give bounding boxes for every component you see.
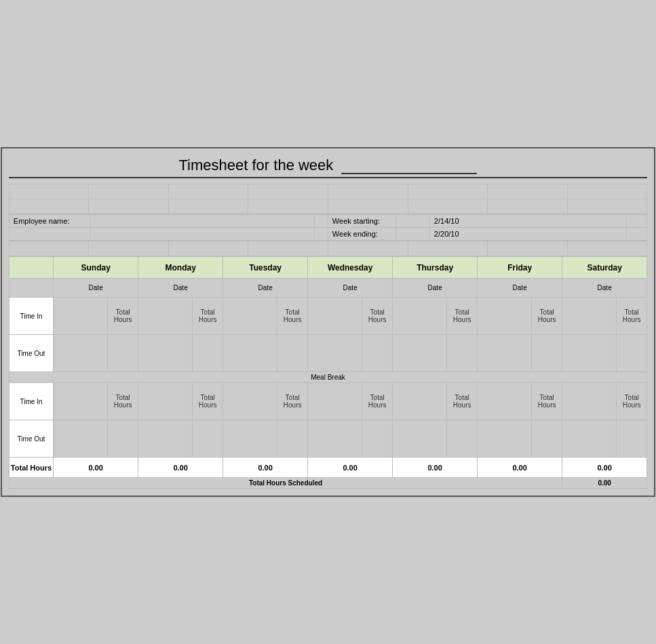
week-ending-value: 2/20/10: [429, 228, 626, 241]
time-in-friday-1[interactable]: [478, 298, 532, 335]
time-in-wednesday-2[interactable]: [308, 383, 362, 420]
time-in-row-2: Time In TotalHours TotalHours TotalHours…: [9, 383, 647, 420]
time-in-saturday-1[interactable]: [562, 298, 617, 335]
total-hours-friday-2: TotalHours: [532, 383, 562, 420]
time-in-sunday-1[interactable]: [54, 298, 108, 335]
total-tuesday: 0.00: [223, 458, 308, 478]
header-friday: Friday: [478, 257, 562, 279]
header-wednesday: Wednesday: [308, 257, 393, 279]
total-hours-thursday-2: TotalHours: [447, 383, 478, 420]
time-out-label-2: Time Out: [9, 420, 53, 458]
date-sunday: Date: [54, 279, 138, 298]
week-ending-label: Week ending:: [328, 228, 395, 241]
total-hours-wednesday-2: TotalHours: [362, 383, 393, 420]
total-thursday: 0.00: [393, 458, 478, 478]
time-out-wednesday-2[interactable]: [308, 420, 362, 458]
time-out-friday-1[interactable]: [478, 335, 532, 372]
date-tuesday: Date: [223, 279, 308, 298]
total-hours-sunday-1: TotalHours: [108, 298, 138, 335]
date-row: Date Date Date Date Date Date Date: [9, 279, 647, 298]
employee-value[interactable]: [90, 215, 314, 228]
time-out-label-1: Time Out: [9, 335, 53, 372]
total-hours-saturday-1: TotalHours: [617, 298, 647, 335]
time-out-saturday-2[interactable]: [562, 420, 617, 458]
time-in-monday-1[interactable]: [138, 298, 193, 335]
header-thursday: Thursday: [393, 257, 478, 279]
meal-break-label: Meal Break: [9, 372, 647, 383]
time-in-thursday-2[interactable]: [393, 383, 447, 420]
meta-table: Employee name: Week starting: 2/14/10 We…: [9, 214, 647, 241]
date-saturday: Date: [562, 279, 647, 298]
day-header-row: Sunday Monday Tuesday Wednesday Thursday…: [9, 257, 647, 279]
meta-row-1: Employee name: Week starting: 2/14/10: [9, 215, 647, 228]
header-tuesday: Tuesday: [223, 257, 308, 279]
time-in-tuesday-2[interactable]: [223, 383, 277, 420]
deco-row-3: [9, 241, 647, 256]
total-scheduled-value: 0.00: [562, 478, 647, 489]
deco-row-2: [9, 199, 647, 214]
time-out-thursday-2[interactable]: [393, 420, 447, 458]
date-friday: Date: [478, 279, 562, 298]
header-sunday: Sunday: [54, 257, 138, 279]
total-hours-tuesday-2: TotalHours: [277, 383, 308, 420]
meal-break-row: Meal Break: [9, 372, 647, 383]
time-in-saturday-2[interactable]: [562, 383, 617, 420]
time-in-friday-2[interactable]: [478, 383, 532, 420]
total-hours-label: Total Hours: [9, 458, 53, 478]
total-scheduled-label: Total Hours Scheduled: [9, 478, 562, 489]
total-hours-monday-2: TotalHours: [193, 383, 223, 420]
deco-table: [9, 184, 647, 214]
time-out-row-2: Time Out: [9, 420, 647, 458]
time-in-label-1: Time In: [9, 298, 53, 335]
week-starting-value: 2/14/10: [429, 215, 626, 228]
time-in-sunday-2[interactable]: [54, 383, 108, 420]
total-hours-saturday-2: TotalHours: [617, 383, 647, 420]
date-wednesday: Date: [308, 279, 393, 298]
timesheet-table: Sunday Monday Tuesday Wednesday Thursday…: [9, 256, 647, 489]
deco-table-2: [9, 241, 647, 256]
totals-row: Total Hours 0.00 0.00 0.00 0.00 0.00 0.0…: [9, 458, 647, 478]
total-sunday: 0.00: [54, 458, 138, 478]
title-row: Timesheet for the week: [9, 155, 647, 178]
time-out-wednesday-1[interactable]: [308, 335, 362, 372]
time-out-tuesday-2[interactable]: [223, 420, 277, 458]
time-in-wednesday-1[interactable]: [308, 298, 362, 335]
time-in-monday-2[interactable]: [138, 383, 193, 420]
total-wednesday: 0.00: [308, 458, 393, 478]
total-saturday: 0.00: [562, 458, 647, 478]
title-underline: [341, 155, 477, 174]
time-out-monday-2[interactable]: [138, 420, 193, 458]
time-in-thursday-1[interactable]: [393, 298, 447, 335]
total-hours-friday-1: TotalHours: [532, 298, 562, 335]
title-text: Timesheet for the week: [179, 157, 334, 174]
header-monday: Monday: [138, 257, 223, 279]
total-hours-tuesday-1: TotalHours: [277, 298, 308, 335]
total-hours-monday-1: TotalHours: [193, 298, 223, 335]
time-out-friday-2[interactable]: [478, 420, 532, 458]
deco-row-1: [9, 184, 647, 199]
total-scheduled-row: Total Hours Scheduled 0.00: [9, 478, 647, 489]
time-in-label-2: Time In: [9, 383, 53, 420]
time-out-sunday-2[interactable]: [54, 420, 108, 458]
time-out-thursday-1[interactable]: [393, 335, 447, 372]
date-thursday: Date: [393, 279, 478, 298]
employee-label: Employee name:: [9, 215, 90, 228]
page-container: Timesheet for the week Employee name: We…: [1, 147, 655, 497]
total-hours-thursday-1: TotalHours: [447, 298, 478, 335]
week-starting-label: Week starting:: [328, 215, 395, 228]
total-friday: 0.00: [478, 458, 562, 478]
time-in-tuesday-1[interactable]: [223, 298, 277, 335]
time-out-saturday-1[interactable]: [562, 335, 617, 372]
time-out-row-1: Time Out: [9, 335, 647, 372]
time-out-sunday-1[interactable]: [54, 335, 108, 372]
total-monday: 0.00: [138, 458, 223, 478]
time-out-tuesday-1[interactable]: [223, 335, 277, 372]
total-hours-sunday-2: TotalHours: [108, 383, 138, 420]
time-in-row-1: Time In TotalHours TotalHours TotalHours…: [9, 298, 647, 335]
time-out-monday-1[interactable]: [138, 335, 193, 372]
total-hours-wednesday-1: TotalHours: [362, 298, 393, 335]
meta-row-2: Week ending: 2/20/10: [9, 228, 647, 241]
date-monday: Date: [138, 279, 223, 298]
header-saturday: Saturday: [562, 257, 647, 279]
